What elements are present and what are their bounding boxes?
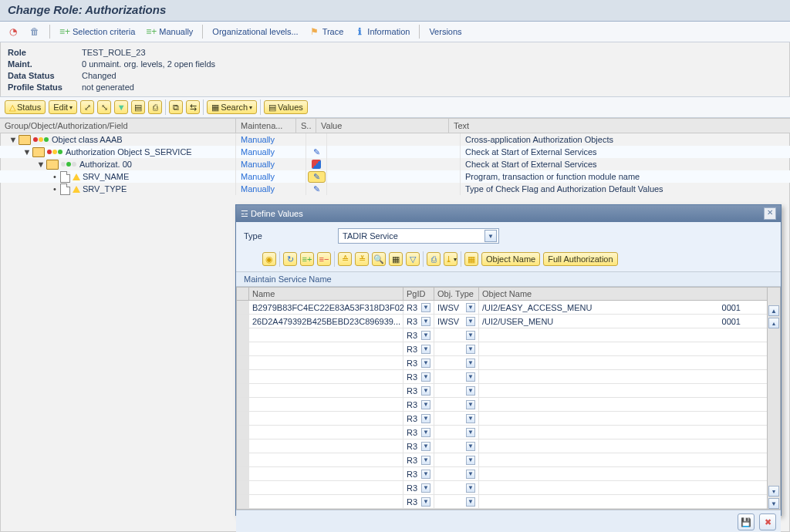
tree-row[interactable]: •SRV_NAMEManually✎Program, transaction o… xyxy=(0,170,790,183)
name-cell[interactable] xyxy=(249,467,403,480)
maint-cell[interactable]: Manually xyxy=(236,183,306,195)
name-cell[interactable] xyxy=(249,328,403,342)
row-selector[interactable] xyxy=(237,426,249,439)
objtype-cell[interactable]: ▼ xyxy=(434,398,479,411)
save-button[interactable]: 💾 xyxy=(738,513,755,530)
col-objtype-header[interactable]: Obj. Type xyxy=(434,288,479,300)
filter-button[interactable]: ▽ xyxy=(406,252,420,266)
sort-desc-button[interactable]: ≚ xyxy=(355,252,369,266)
row-selector[interactable] xyxy=(237,495,249,508)
maint-cell[interactable]: Manually xyxy=(236,158,306,170)
flag-cell[interactable] xyxy=(306,133,327,146)
row-selector[interactable] xyxy=(237,342,249,355)
col-select-header[interactable] xyxy=(237,288,249,300)
row-selector[interactable] xyxy=(237,315,249,328)
objtype-cell[interactable]: ▼ xyxy=(434,412,479,425)
pgid-cell[interactable]: R3▼ xyxy=(403,315,434,328)
flag-cell[interactable]: ✎ xyxy=(306,146,327,158)
dropdown-icon[interactable]: ▼ xyxy=(421,317,430,326)
pgid-cell[interactable]: R3▼ xyxy=(403,439,434,453)
maint-cell[interactable]: Manually xyxy=(236,146,306,158)
dropdown-icon[interactable]: ▼ xyxy=(421,428,430,437)
objtype-cell[interactable]: ▼ xyxy=(434,467,479,480)
filter-button[interactable]: ▼ xyxy=(114,100,128,114)
collapse-button[interactable]: ⤡ xyxy=(97,100,111,114)
pgid-cell[interactable]: R3▼ xyxy=(403,467,434,480)
dropdown-icon[interactable]: ▼ xyxy=(421,483,430,493)
col-name-header[interactable]: Name xyxy=(249,288,403,300)
name-cell[interactable] xyxy=(249,439,403,453)
grid-view-button[interactable]: ▦ xyxy=(464,252,478,266)
scroll-up-icon[interactable]: ▴ xyxy=(768,318,779,328)
pgid-cell[interactable]: R3▼ xyxy=(403,412,434,425)
dropdown-icon[interactable]: ▼ xyxy=(421,414,430,423)
name-cell[interactable] xyxy=(249,426,403,439)
name-cell[interactable]: B2979B83FC4EC22E83A53F318D3F02 xyxy=(249,301,403,314)
row-selector[interactable] xyxy=(237,398,249,411)
scroll-up-icon[interactable]: ▲ xyxy=(768,305,779,316)
cancel-button[interactable]: ✖ xyxy=(759,513,776,530)
objtype-cell[interactable]: ▼ xyxy=(434,426,479,439)
name-cell[interactable] xyxy=(249,370,403,383)
name-cell[interactable] xyxy=(249,495,403,508)
twisty-icon[interactable]: ▼ xyxy=(23,148,31,156)
table-row[interactable]: R3▼▼ xyxy=(237,426,767,439)
dropdown-icon[interactable]: ▼ xyxy=(466,483,475,493)
objtype-cell[interactable]: ▼ xyxy=(434,453,479,466)
value-cell[interactable] xyxy=(327,146,461,158)
table-row[interactable]: R3▼▼ xyxy=(237,439,767,453)
twisty-icon[interactable]: ▼ xyxy=(37,160,45,168)
dropdown-icon[interactable]: ▼ xyxy=(484,230,497,242)
col-text-header[interactable]: Text xyxy=(449,119,790,133)
table-row[interactable]: B2979B83FC4EC22E83A53F318D3F02R3▼IWSV▼/U… xyxy=(237,301,767,315)
dropdown-icon[interactable]: ▼ xyxy=(466,414,475,423)
objname-cell[interactable] xyxy=(479,370,767,383)
row-selector[interactable] xyxy=(237,384,249,397)
type-combo[interactable]: TADIR Service ▼ xyxy=(338,228,499,244)
dropdown-icon[interactable]: ▼ xyxy=(466,372,475,382)
objname-cell[interactable] xyxy=(479,328,767,342)
table-row[interactable]: R3▼▼ xyxy=(237,481,767,495)
values-button[interactable]: ▤Values xyxy=(264,100,308,114)
export-button[interactable]: ⤓▾ xyxy=(444,252,457,266)
dropdown-icon[interactable]: ▼ xyxy=(466,456,475,465)
flag-cell[interactable]: ✎ xyxy=(306,183,327,195)
delete-row-button[interactable]: ≡− xyxy=(317,252,331,266)
dropdown-icon[interactable]: ▼ xyxy=(421,470,430,479)
find-button[interactable]: 🔍 xyxy=(372,252,386,266)
name-cell[interactable] xyxy=(249,453,403,466)
table-row[interactable]: R3▼▼ xyxy=(237,398,767,412)
pgid-cell[interactable]: R3▼ xyxy=(403,495,434,508)
org-levels-button[interactable]: Organizational levels... xyxy=(209,25,301,38)
dropdown-icon[interactable]: ▼ xyxy=(421,386,430,396)
object-name-button[interactable]: Object Name xyxy=(481,252,540,266)
col-objname-header[interactable]: Object Name xyxy=(479,288,767,300)
dropdown-icon[interactable]: ▼ xyxy=(466,345,475,354)
dialog-scrollbar[interactable]: ▲ ▴ ▾ ▼ xyxy=(768,287,781,510)
objtype-cell[interactable]: ▼ xyxy=(434,384,479,397)
dropdown-icon[interactable]: ▼ xyxy=(466,331,475,340)
dropdown-icon[interactable]: ▼ xyxy=(466,303,475,312)
delete-button[interactable]: 🗑 xyxy=(26,25,43,39)
dropdown-icon[interactable]: ▼ xyxy=(466,317,475,326)
row-selector[interactable] xyxy=(237,370,249,383)
flag-cell[interactable]: ✎ xyxy=(306,170,327,183)
dropdown-icon[interactable]: ▼ xyxy=(466,359,475,368)
row-selector[interactable] xyxy=(237,439,249,453)
dropdown-icon[interactable]: ▼ xyxy=(421,442,430,451)
objname-cell[interactable]: /UI2/USER_MENU0001 xyxy=(479,315,767,328)
print-button[interactable]: ⎙ xyxy=(148,100,162,114)
dropdown-icon[interactable]: ▼ xyxy=(466,470,475,479)
table-row[interactable]: R3▼▼ xyxy=(237,495,767,509)
objname-cell[interactable] xyxy=(479,398,767,411)
pgid-cell[interactable]: R3▼ xyxy=(403,342,434,355)
dropdown-icon[interactable]: ▼ xyxy=(421,372,430,382)
pgid-cell[interactable]: R3▼ xyxy=(403,481,434,494)
pgid-cell[interactable]: R3▼ xyxy=(403,453,434,466)
twisty-icon[interactable]: ▼ xyxy=(9,136,17,143)
sort-asc-button[interactable]: ≙ xyxy=(338,252,352,266)
table-row[interactable]: R3▼▼ xyxy=(237,453,767,467)
row-selector[interactable] xyxy=(237,356,249,369)
objtype-cell[interactable]: ▼ xyxy=(434,439,479,453)
objname-cell[interactable] xyxy=(479,481,767,494)
